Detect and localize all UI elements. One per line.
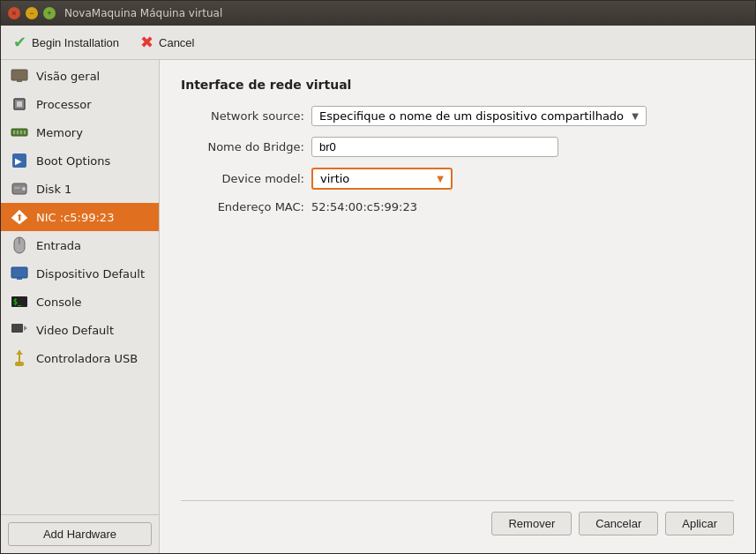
svg-rect-22 xyxy=(11,324,23,333)
network-source-select[interactable]: Especifique o nome de um dispositivo com… xyxy=(311,106,647,126)
device-model-label: Device model: xyxy=(181,172,304,185)
titlebar: × − + NovaMaquina Máquina virtual xyxy=(1,1,755,26)
sidebar-item-label: Dispositivo Default xyxy=(36,267,145,281)
content-footer: Remover Cancelar Aplicar xyxy=(181,500,734,535)
window-title: NovaMaquina Máquina virtual xyxy=(64,7,222,19)
svg-rect-6 xyxy=(17,131,19,134)
svg-marker-25 xyxy=(16,350,23,355)
dispositivo-icon xyxy=(10,264,29,283)
svg-marker-23 xyxy=(24,326,27,331)
device-model-arrow-icon: ▼ xyxy=(437,174,444,183)
svg-text:⬆: ⬆ xyxy=(16,213,23,222)
sidebar-item-label: Console xyxy=(36,296,82,309)
svg-text:$_: $_ xyxy=(13,298,22,306)
device-model-select[interactable]: virtio ▼ xyxy=(311,168,453,190)
svg-text:▶: ▶ xyxy=(15,156,22,166)
mac-label: Endereço MAC: xyxy=(181,200,304,213)
video-icon xyxy=(10,320,29,340)
svg-rect-13 xyxy=(14,187,20,189)
network-source-control: Especifique o nome de um dispositivo com… xyxy=(311,106,647,126)
network-source-row: Network source: Especifique o nome de um… xyxy=(181,106,734,126)
sidebar-item-label: Boot Options xyxy=(36,154,110,168)
sidebar-item-entrada[interactable]: Entrada xyxy=(1,231,159,259)
minimize-button[interactable]: − xyxy=(26,7,38,19)
mac-row: Endereço MAC: 52:54:00:c5:99:23 xyxy=(181,200,734,213)
cancelar-button[interactable]: Cancelar xyxy=(579,512,658,535)
svg-rect-19 xyxy=(17,278,22,280)
section-title: Interface de rede virtual xyxy=(181,78,734,92)
main-window: × − + NovaMaquina Máquina virtual ✔ Begi… xyxy=(0,0,756,554)
sidebar-item-console[interactable]: $_ Console xyxy=(1,288,159,316)
sidebar-item-nic[interactable]: ⬆ NIC :c5:99:23 xyxy=(1,203,159,231)
bridge-input[interactable] xyxy=(311,137,558,157)
svg-rect-1 xyxy=(17,80,22,82)
cancel-icon: ✖ xyxy=(140,33,153,52)
svg-rect-7 xyxy=(20,131,22,134)
disk-icon xyxy=(10,179,29,198)
sidebar-item-label: Entrada xyxy=(36,239,81,252)
main-content: Visão geral Processor Memory ▶ xyxy=(1,60,755,553)
sidebar-item-memory[interactable]: Memory xyxy=(1,118,159,146)
cpu-icon xyxy=(10,94,29,114)
svg-rect-26 xyxy=(15,362,24,366)
sidebar: Visão geral Processor Memory ▶ xyxy=(1,60,160,553)
cancel-label: Cancel xyxy=(159,36,194,49)
add-hardware-button[interactable]: Add Hardware xyxy=(8,522,152,546)
close-button[interactable]: × xyxy=(8,7,20,19)
ram-icon xyxy=(10,123,29,142)
sidebar-item-visao-geral[interactable]: Visão geral xyxy=(1,62,159,90)
device-model-control: virtio ▼ xyxy=(311,168,453,190)
network-source-value: Especifique o nome de um dispositivo com… xyxy=(319,109,624,123)
sidebar-item-controladora-usb[interactable]: Controladora USB xyxy=(1,344,159,372)
bridge-row: Nome do Bridge: xyxy=(181,137,734,157)
content-area: Interface de rede virtual Network source… xyxy=(160,60,755,553)
sidebar-item-disk1[interactable]: Disk 1 xyxy=(1,175,159,203)
dropdown-arrow-icon: ▼ xyxy=(632,111,639,121)
sidebar-item-label: Controladora USB xyxy=(36,352,138,365)
mouse-icon xyxy=(10,236,29,255)
sidebar-item-dispositivo-default[interactable]: Dispositivo Default xyxy=(1,259,159,288)
sidebar-item-label: NIC :c5:99:23 xyxy=(36,211,114,224)
svg-rect-0 xyxy=(11,70,27,80)
maximize-button[interactable]: + xyxy=(43,7,56,19)
svg-rect-5 xyxy=(13,131,15,134)
sidebar-item-label: Processor xyxy=(36,98,92,111)
svg-rect-18 xyxy=(11,267,27,278)
sidebar-item-label: Visão geral xyxy=(36,70,100,83)
usb-icon xyxy=(10,348,29,368)
device-model-row: Device model: virtio ▼ xyxy=(181,168,734,190)
begin-installation-label: Begin Installation xyxy=(32,36,119,49)
sidebar-item-boot-options[interactable]: ▶ Boot Options xyxy=(1,146,159,175)
begin-installation-button[interactable]: ✔ Begin Installation xyxy=(10,31,123,54)
bridge-control xyxy=(311,137,558,157)
toolbar: ✔ Begin Installation ✖ Cancel xyxy=(1,26,755,60)
svg-rect-3 xyxy=(17,101,22,107)
check-icon: ✔ xyxy=(13,33,26,52)
sidebar-item-video-default[interactable]: Video Default xyxy=(1,316,159,344)
sidebar-item-label: Disk 1 xyxy=(36,183,71,196)
device-model-value: virtio xyxy=(320,172,349,185)
sidebar-footer: Add Hardware xyxy=(1,514,159,553)
sidebar-list: Visão geral Processor Memory ▶ xyxy=(1,60,159,514)
network-source-label: Network source: xyxy=(181,109,304,123)
boot-icon: ▶ xyxy=(10,151,29,170)
form-grid: Network source: Especifique o nome de um… xyxy=(181,106,734,213)
sidebar-item-label: Memory xyxy=(36,126,83,139)
sidebar-item-label: Video Default xyxy=(36,324,114,337)
remover-button[interactable]: Remover xyxy=(491,512,572,535)
svg-point-12 xyxy=(22,187,26,191)
sidebar-item-processor[interactable]: Processor xyxy=(1,90,159,118)
aplicar-button[interactable]: Aplicar xyxy=(665,512,734,535)
bridge-label: Nome do Bridge: xyxy=(181,140,304,153)
monitor-icon xyxy=(10,66,29,86)
cancel-button[interactable]: ✖ Cancel xyxy=(137,31,198,54)
svg-rect-8 xyxy=(24,131,26,134)
nic-icon: ⬆ xyxy=(10,207,29,227)
console-icon: $_ xyxy=(10,292,29,311)
mac-value: 52:54:00:c5:99:23 xyxy=(311,200,417,213)
